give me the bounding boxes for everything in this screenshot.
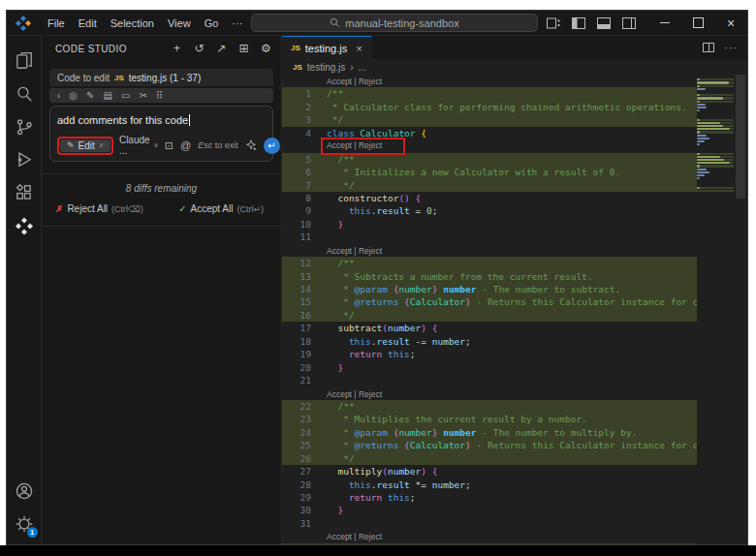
code-line[interactable]: 29 return this;	[282, 491, 697, 504]
code-line[interactable]: 7 */	[282, 179, 697, 192]
send-button[interactable]: ↵	[264, 138, 280, 154]
code-line[interactable]: 28 this.result *= number;	[282, 479, 697, 491]
codelens-accept-link[interactable]: Accept	[327, 140, 352, 150]
maximize-button[interactable]	[681, 11, 714, 36]
run-debug-icon[interactable]	[8, 143, 41, 176]
code-line[interactable]: 27 multiply(number) {	[282, 465, 697, 478]
codelens-accept-link[interactable]: Accept	[327, 389, 352, 399]
image-attach-icon[interactable]: ⊡	[165, 139, 173, 152]
explorer-icon[interactable]	[8, 45, 41, 77]
breadcrumb[interactable]: JS testing.js › ...	[282, 59, 747, 75]
codelens-accept-link[interactable]: Accept	[327, 532, 352, 541]
target-icon[interactable]: ◎	[69, 90, 78, 101]
accept-all-button[interactable]: ✓ Accept All (Ctrl↵)	[178, 203, 264, 214]
menu-file[interactable]: File	[41, 13, 72, 34]
code-line[interactable]: 3 */	[282, 113, 697, 126]
cut-icon[interactable]: ✂	[139, 90, 146, 101]
code-line[interactable]: 23 * Multiplies the current result by a …	[282, 413, 697, 425]
menu-edit[interactable]: Edit	[72, 13, 104, 34]
history-icon[interactable]: ↺	[192, 42, 206, 55]
reject-all-button[interactable]: ✗ Reject All (Ctrl⌫)	[55, 203, 143, 214]
menu-view[interactable]: View	[161, 13, 198, 34]
code-line[interactable]: 30 }	[282, 504, 697, 516]
code-line[interactable]: 12 /**	[282, 257, 697, 269]
diffs-section: 8 diffs remaining ✗ Reject All (Ctrl⌫) ✓…	[42, 173, 281, 227]
minimize-button[interactable]	[648, 11, 681, 36]
code-line[interactable]: 22 /**	[282, 400, 697, 413]
code-line[interactable]: 21	[282, 374, 697, 386]
toggle-primary-sidebar-icon[interactable]	[571, 15, 586, 31]
sparkle-icon[interactable]	[245, 139, 257, 151]
grid-icon[interactable]: ⠿	[156, 90, 163, 101]
back-icon[interactable]: ‹	[57, 90, 60, 101]
source-control-icon[interactable]	[8, 110, 41, 143]
edit-mode-button[interactable]: ✎ Edit ∨	[60, 139, 110, 152]
code-line[interactable]: 6 * Initializes a new Calculator with a …	[282, 166, 697, 178]
code-line[interactable]: 25 * @returns {Calculator} - Returns thi…	[282, 439, 697, 451]
menu-selection[interactable]: Selection	[104, 13, 161, 34]
codelens-reject-link[interactable]: Reject	[359, 77, 382, 86]
code-line[interactable]: 1/**	[282, 87, 697, 100]
scrollbar[interactable]	[734, 75, 747, 544]
code-line[interactable]: 32 /**	[282, 543, 697, 544]
settings-gear-icon[interactable]: 1	[8, 508, 41, 541]
codelens-reject-link[interactable]: Reject	[359, 246, 382, 256]
code-line[interactable]: 14 * @param {number} number - The number…	[282, 283, 697, 295]
breadcrumb-file[interactable]: testing.js	[307, 62, 345, 73]
tab-testing-js[interactable]: JS testing.js ×	[282, 36, 372, 59]
open-in-editor-icon[interactable]: ↗	[214, 42, 229, 55]
code-to-edit-file: testing.js (1 - 37)	[129, 73, 201, 83]
code-line[interactable]: 10 }	[282, 218, 697, 231]
code-line[interactable]: 18 this.result -= number;	[282, 335, 697, 348]
split-editor-icon[interactable]	[703, 43, 714, 52]
menu-go[interactable]: Go	[198, 13, 226, 34]
prompt-input[interactable]: add comments for this code	[57, 112, 266, 128]
comment-icon[interactable]: ▭	[121, 90, 130, 101]
command-center-search[interactable]: manual-testing-sandbox	[251, 14, 538, 32]
code-line[interactable]: 26 */	[282, 452, 697, 465]
code-line[interactable]: 8 constructor() {	[282, 192, 697, 204]
minimap-line	[697, 112, 734, 114]
mention-icon[interactable]: @	[180, 139, 191, 151]
minimap-line	[697, 88, 734, 90]
edit-pencil-icon[interactable]: ✎	[86, 90, 94, 101]
codelens-reject-link[interactable]: Reject	[359, 532, 382, 541]
code-line[interactable]: 31	[282, 517, 697, 530]
extensions-icon[interactable]	[8, 176, 41, 209]
code-line[interactable]: 17 subtract(number) {	[282, 322, 697, 334]
layout-icon[interactable]: ⊞	[236, 42, 251, 55]
codelens-accept-link[interactable]: Accept	[327, 77, 352, 86]
code-studio-view-icon[interactable]	[8, 209, 41, 242]
account-icon[interactable]	[8, 475, 41, 508]
code-line[interactable]: 9 this.result = 0;	[282, 204, 697, 217]
code-text: }	[327, 505, 343, 515]
scrollbar-thumb[interactable]	[736, 75, 745, 199]
new-session-icon[interactable]: +	[170, 42, 184, 55]
breadcrumb-more[interactable]: ...	[359, 62, 366, 73]
code-line[interactable]: 15 * @returns {Calculator} - Returns thi…	[282, 295, 697, 308]
code-line[interactable]: 11	[282, 231, 697, 243]
model-selector[interactable]: Claude ... ∨	[119, 135, 159, 156]
book-icon[interactable]: ▤	[103, 90, 111, 101]
menu-more[interactable]: ···	[225, 13, 249, 34]
code-line[interactable]: 16 */	[282, 309, 697, 322]
codelens-reject-link[interactable]: Reject	[359, 389, 382, 399]
code-line[interactable]: 2 * Calculator class for performing chai…	[282, 101, 697, 113]
toggle-panel-icon[interactable]	[596, 15, 612, 31]
tab-close-icon[interactable]: ×	[356, 43, 362, 54]
more-actions-icon[interactable]: ···	[724, 42, 738, 53]
codelens-reject-link[interactable]: Reject	[359, 140, 382, 150]
search-view-icon[interactable]	[8, 77, 41, 110]
close-button[interactable]: ×	[714, 11, 747, 36]
settings-gear-icon[interactable]: ⚙	[259, 42, 273, 55]
code-line[interactable]: 24 * @param {number} number - The number…	[282, 426, 697, 439]
code-line[interactable]: 13 * Subtracts a number from the current…	[282, 270, 697, 283]
customize-layout-icon[interactable]	[546, 15, 561, 31]
code-to-edit-row[interactable]: Code to edit JS testing.js (1 - 37)	[49, 69, 273, 86]
code-line[interactable]: 19 return this;	[282, 348, 697, 360]
code-text: /**	[327, 401, 355, 412]
codelens-accept-link[interactable]: Accept	[327, 246, 352, 256]
toggle-secondary-sidebar-icon[interactable]	[621, 15, 637, 31]
code-line[interactable]: 20 }	[282, 361, 697, 374]
minimap[interactable]	[697, 76, 734, 544]
